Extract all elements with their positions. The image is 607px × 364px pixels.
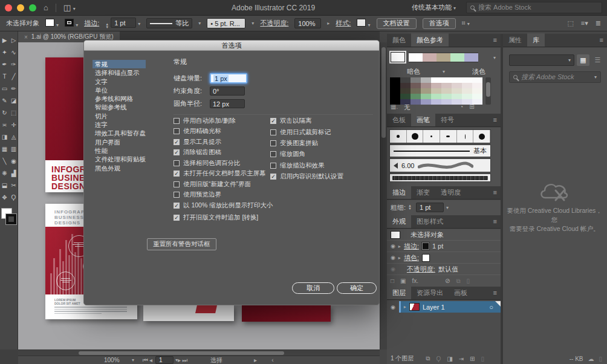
checked-box-icon[interactable]	[174, 203, 180, 209]
checkbox-chkLeft-9[interactable]: 打开旧版文件时追加 [转换]	[174, 213, 273, 224]
puppet-warp-tool[interactable]: ✛	[9, 119, 18, 131]
new-stroke-icon[interactable]: □	[391, 278, 394, 285]
artboard-3[interactable]	[143, 305, 234, 321]
color-cell-0-2[interactable]	[411, 77, 421, 83]
vertical-scrollbar-thumb[interactable]	[381, 47, 386, 138]
color-cell-0-6[interactable]	[452, 77, 462, 83]
preferences-button[interactable]: 首选项	[423, 18, 456, 29]
layer-thumbnail[interactable]	[409, 303, 420, 311]
color-cell-2-2[interactable]	[411, 88, 421, 94]
stock-search-field[interactable]: 搜索 Adobe Stock	[466, 2, 602, 13]
magic-wand-tool[interactable]: ✦	[0, 46, 9, 58]
checkbox-chkRight-0[interactable]: 双击以隔离	[270, 115, 343, 126]
checked-box-icon[interactable]	[174, 171, 180, 177]
visibility-eye-icon[interactable]: ◉	[391, 255, 395, 261]
tab-brushes-1[interactable]: 画笔	[411, 113, 435, 126]
layer-visibility-eye-icon[interactable]: ◉	[391, 304, 395, 310]
next-artboard-icon[interactable]: ▸	[178, 357, 182, 363]
unchecked-box-icon[interactable]	[270, 140, 276, 146]
brush-row-basic[interactable]: 基本	[389, 145, 491, 157]
minimize-window-button[interactable]	[17, 4, 24, 11]
lasso-tool[interactable]: ∿	[9, 46, 18, 58]
appearance-stroke-row[interactable]: ◉▸描边:1 pt	[387, 241, 501, 252]
ok-button[interactable]: 确定	[337, 282, 377, 294]
color-grid-scrollbar[interactable]	[485, 77, 491, 105]
stroke-panel-link[interactable]: 描边:	[84, 19, 99, 28]
clear-appearance-icon[interactable]: ⊘	[445, 278, 450, 285]
brush-row-calligraphic[interactable]: 6.00	[389, 158, 491, 172]
brush-dot-4[interactable]	[457, 130, 474, 143]
checkbox-chkLeft-2[interactable]: 显示工具提示	[174, 137, 273, 148]
prev-artboard-icon[interactable]: ◂	[149, 357, 154, 363]
unchecked-box-icon[interactable]	[174, 192, 180, 198]
pref-category-12[interactable]: 黑色外观	[93, 164, 146, 172]
harmony-swatch-2[interactable]	[437, 53, 450, 62]
checkbox-chkRight-5[interactable]: 启用内容识别默认设置	[270, 171, 343, 182]
pref-category-9[interactable]: 用户界面	[93, 138, 146, 146]
document-setup-button[interactable]: 文档设置	[377, 18, 417, 29]
color-cell-3-7[interactable]	[462, 94, 472, 99]
stroke-color-swatch[interactable]: ▾	[65, 19, 78, 28]
new-sublayer-icon[interactable]: ⇥	[459, 356, 464, 362]
visibility-eye-icon[interactable]: ◉	[391, 266, 395, 272]
zoom-level[interactable]: 100%	[104, 357, 132, 363]
close-window-button[interactable]	[5, 4, 12, 11]
pref-category-1[interactable]: 选择和锚点显示	[93, 68, 146, 77]
new-fill-icon[interactable]: ▣	[400, 278, 406, 285]
tab-stroke-2[interactable]: 透明度	[435, 186, 466, 199]
fill-row-swatch[interactable]	[422, 254, 430, 262]
pen-tool[interactable]: ✒	[0, 58, 9, 70]
keyboard-increment-input[interactable]: 1 px	[210, 73, 247, 83]
panel-menu-icon[interactable]: ≡	[493, 286, 497, 299]
unchecked-box-icon[interactable]	[174, 118, 180, 124]
width-tool[interactable]: ≍	[0, 119, 9, 131]
checkbox-chkRight-1[interactable]: 使用日式裁剪标记	[270, 126, 343, 137]
panel-menu-icon[interactable]: ≡	[493, 186, 497, 199]
color-cell-3-5[interactable]	[441, 94, 452, 99]
horizontal-scrollbar-thumb[interactable]	[79, 351, 284, 355]
color-cell-2-6[interactable]	[452, 88, 462, 94]
checkbox-chkRight-4[interactable]: 缩放描边和效果	[270, 160, 343, 171]
color-cell-3-0[interactable]	[390, 94, 400, 99]
tab-brushes-0[interactable]: 色板	[387, 113, 411, 126]
column-graph-tool[interactable]: ▟	[9, 167, 18, 179]
search-scope-chevron-icon[interactable]: ▾	[594, 74, 597, 80]
opacity-link[interactable]: 不透明度:	[260, 19, 288, 28]
cancel-button[interactable]: 取消	[292, 282, 334, 294]
constrain-angle-input[interactable]: 0°	[210, 86, 245, 96]
brush-row-dots[interactable]	[389, 129, 491, 143]
sync-cloud-icon[interactable]: ☁	[588, 356, 594, 362]
tab-libraries-1[interactable]: 库	[527, 33, 545, 47]
arrange-documents-icon[interactable]: ◫ ▾	[63, 3, 76, 12]
gradient-tool[interactable]: ▥	[9, 143, 18, 155]
dialog-title[interactable]: 首选项	[84, 41, 379, 51]
checkbox-chkRight-2[interactable]: 变换图案拼贴	[270, 138, 343, 149]
unchecked-box-icon[interactable]	[270, 151, 276, 157]
style-link[interactable]: 样式:	[336, 19, 351, 28]
color-cell-1-8[interactable]	[472, 83, 482, 88]
eraser-tool[interactable]: ◪	[9, 94, 18, 106]
direct-selection-tool[interactable]: ▷	[9, 34, 18, 46]
artboard-number-field[interactable]: 1	[155, 356, 174, 364]
checkbox-chkRight-3[interactable]: 缩放圆角	[270, 149, 343, 160]
brush-row-charcoal[interactable]	[389, 174, 491, 182]
delete-library-item-icon[interactable]: ▯	[599, 356, 602, 362]
hand-tool[interactable]: ✥	[0, 191, 9, 203]
checkbox-chkLeft-1[interactable]: 使用精确光标	[174, 126, 273, 137]
checked-box-icon[interactable]	[270, 174, 276, 180]
reset-warnings-button[interactable]: 重置所有警告对话框	[147, 238, 216, 250]
color-cell-0-7[interactable]	[462, 77, 472, 83]
stroke-weight-field[interactable]: ▲▼1 pt ▾	[105, 18, 140, 29]
color-cell-1-2[interactable]	[411, 83, 421, 88]
corner-radius-input[interactable]: 12 px	[210, 99, 245, 108]
pref-category-3[interactable]: 单位	[93, 86, 146, 94]
color-cell-1-0[interactable]	[390, 83, 400, 88]
color-cell-0-0[interactable]	[390, 77, 400, 83]
color-cell-1-6[interactable]	[452, 83, 462, 88]
tab-brushes-2[interactable]: 符号	[435, 113, 459, 126]
curvature-tool[interactable]: ✑	[9, 58, 18, 70]
brush-dot-2[interactable]	[423, 130, 440, 143]
color-cell-2-1[interactable]	[400, 88, 411, 94]
stroke-swatch[interactable]	[6, 214, 16, 224]
brush-dot-5[interactable]	[473, 130, 490, 143]
